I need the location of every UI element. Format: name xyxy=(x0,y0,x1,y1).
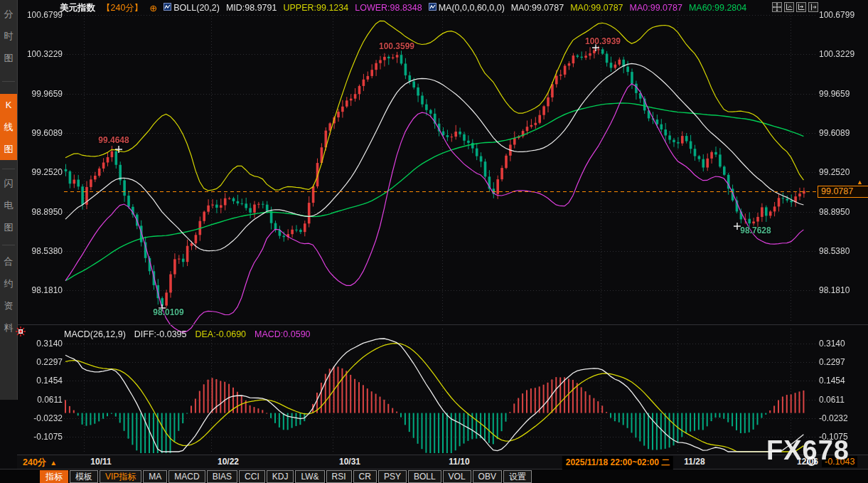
toolbar-button-14[interactable]: VOL xyxy=(443,470,471,483)
price-axis-label-left: 98.8950 xyxy=(18,206,63,218)
macd-axis-label-left: 0.0611 xyxy=(18,394,63,405)
kline-chart-canvas[interactable] xyxy=(0,0,868,483)
axis-zoom-icon[interactable] xyxy=(784,2,794,12)
indicator-value-4: LOWER:98.8348 xyxy=(355,3,422,13)
mini-chart-icon[interactable] xyxy=(164,3,171,13)
price-axis-label-right: 98.8950 xyxy=(819,206,866,218)
sidebar-tab-3[interactable]: 闪电图 xyxy=(0,172,17,238)
price-annotation: 98.0109 xyxy=(153,307,183,317)
indicator-value-text: BOLL(20,2) xyxy=(173,3,220,13)
axis-forward-icon[interactable] xyxy=(796,2,806,12)
price-axis-label-left: 99.9659 xyxy=(18,88,63,100)
macd-axis-label-right: 0.3140 xyxy=(819,338,866,349)
toolbar-button-15[interactable]: OBV xyxy=(473,470,502,483)
price-axis-label-right: 98.1810 xyxy=(819,285,866,296)
toolbar-button-6[interactable]: BIAS xyxy=(207,470,237,483)
price-axis-label-right: 99.6089 xyxy=(819,127,866,139)
price-axis-label-right: 100.3229 xyxy=(819,48,866,60)
sidebar-tab-char: 合 xyxy=(0,250,17,272)
sidebar-tab-char: 图 xyxy=(0,216,17,238)
add-indicator-icon[interactable]: ⊕ xyxy=(149,3,157,14)
indicator-alert-icon[interactable] xyxy=(15,326,26,340)
sidebar-tab-char: 闪 xyxy=(0,172,17,194)
crosshair-date-label: 2025/11/18 22:00~02:00 二 xyxy=(562,456,673,469)
indicator-value-text: MA0:99.0787 xyxy=(511,3,564,13)
toolbar-button-10[interactable]: RSI xyxy=(326,470,352,483)
x-axis-date-label: 11/28 xyxy=(684,457,704,467)
indicator-value-text: MA60:99.2804 xyxy=(689,3,746,13)
chart-header: 美元指数 【240分】 ⊕ BOLL(20,2)MID:98.9791UPPER… xyxy=(60,1,746,14)
toolbar-button-8[interactable]: KDJ xyxy=(267,470,294,483)
price-axis-label-left: 100.3229 xyxy=(18,48,63,60)
sidebar-tab-char: 线 xyxy=(0,116,17,138)
macd-value-4: MACD:0.0590 xyxy=(254,329,311,339)
sidebar-tab-2[interactable]: K线图 xyxy=(0,94,17,160)
indicator-value-7: MA0:99.0787 xyxy=(570,3,623,13)
macd-axis-label-right: -0.1075 xyxy=(819,431,866,442)
toolbar-button-11[interactable]: CR xyxy=(353,470,377,483)
timeline-row: 240分▲ 2025/11/18 22:00~02:00 二 10/1110/2… xyxy=(17,455,868,469)
macd-value-1: MACD(26,12,9) xyxy=(64,329,126,339)
x-axis-date-label: 10/22 xyxy=(218,457,239,467)
price-annotation: 99.4648 xyxy=(98,135,129,145)
sidebar-tab-char: 约 xyxy=(0,272,17,294)
toolbar-button-16[interactable]: 设置 xyxy=(503,470,532,483)
sidebar-separator xyxy=(2,169,15,169)
toolbar-button-7[interactable]: CCI xyxy=(239,470,265,483)
mini-chart-icon[interactable] xyxy=(429,3,436,13)
macd-axis-label-left: 0.2297 xyxy=(18,356,63,368)
toolbar-button-9[interactable]: LW& xyxy=(295,470,324,483)
timeframe-label[interactable]: 240分▲ xyxy=(23,457,57,469)
price-axis-label-left: 99.2520 xyxy=(18,166,63,178)
timeframe-text: 240分 xyxy=(23,457,46,467)
indicator-value-9: MA60:99.2804 xyxy=(689,3,746,13)
x-axis-date-label: 10/31 xyxy=(339,457,360,467)
sidebar-tab-char: 图 xyxy=(0,138,17,160)
indicator-value-6: MA0:99.0787 xyxy=(511,3,564,13)
indicator-value-text: LOWER:98.8348 xyxy=(355,3,422,13)
price-axis-label-right: 99.2520 xyxy=(819,166,866,178)
price-axis-label-right: 99.9659 xyxy=(819,88,866,100)
toolbar-button-3[interactable]: VIP指标 xyxy=(100,470,141,483)
bottom-toolbar: 指标模板VIP指标MAMACDBIASCCIKDJLW&RSICRPSYBOLL… xyxy=(0,469,868,483)
indicator-value-text: MA0:99.0787 xyxy=(570,3,623,13)
timeframe-up-arrow-icon: ▲ xyxy=(50,459,57,467)
chart-tool-icons xyxy=(772,2,818,12)
sidebar-tab-char: 分 xyxy=(0,3,17,25)
toolbar-button-5[interactable]: MACD xyxy=(168,470,205,483)
toolbar-button-4[interactable]: MA xyxy=(143,470,167,483)
price-axis-label-left: 100.6799 xyxy=(18,9,63,21)
x-axis-date-label: 12/06 xyxy=(797,457,818,467)
sidebar-tab-1[interactable]: 分时图 xyxy=(0,3,17,69)
toolbar-button-1[interactable]: 指标 xyxy=(40,470,68,483)
price-annotation: 100.3599 xyxy=(379,41,414,51)
pan-icon[interactable] xyxy=(772,2,782,12)
macd-axis-label-right: 0.0611 xyxy=(819,394,866,405)
toolbar-button-12[interactable]: PSY xyxy=(378,470,407,483)
macd-axis-label-left: -0.1075 xyxy=(18,431,63,442)
sidebar-tab-char: 图 xyxy=(0,47,17,69)
macd-value-2: DIFF:-0.0395 xyxy=(134,329,187,339)
sidebar-tab-char: 时 xyxy=(0,25,17,47)
pane-divider xyxy=(17,324,868,325)
last-price-tag: 99.0787 xyxy=(818,186,868,198)
price-axis-label-left: 98.5380 xyxy=(18,245,63,257)
macd-axis-label-left: -0.0232 xyxy=(18,413,63,424)
macd-axis-label-left: 0.1454 xyxy=(18,375,63,386)
sidebar-tab-char: 电 xyxy=(0,194,17,216)
trading-app-window: 分时图K线图闪电图合约资料 美元指数 【240分】 ⊕ BOLL(20,2)MI… xyxy=(0,0,868,483)
price-annotation: 100.3939 xyxy=(585,36,621,46)
price-axis-label-right: 100.6799 xyxy=(819,9,866,21)
sidebar-separator xyxy=(2,245,15,245)
indicator-values: BOLL(20,2)MID:98.9791UPPER:99.1234LOWER:… xyxy=(164,3,746,13)
corner-value-tag: -0.1043 xyxy=(822,456,857,467)
panel-shift-icon[interactable] xyxy=(808,2,818,12)
toolbar-button-2[interactable]: 模板 xyxy=(70,470,98,483)
price-arrow-icon: ▲ xyxy=(857,179,863,186)
indicator-value-text: MA0:99.0787 xyxy=(630,3,682,13)
indicator-value-1: BOLL(20,2) xyxy=(164,3,220,13)
sidebar-separator xyxy=(2,81,15,82)
toolbar-button-13[interactable]: BOLL xyxy=(408,470,441,483)
sidebar-tab-char: 资 xyxy=(0,294,17,317)
price-axis-label-left: 98.1810 xyxy=(18,285,63,296)
